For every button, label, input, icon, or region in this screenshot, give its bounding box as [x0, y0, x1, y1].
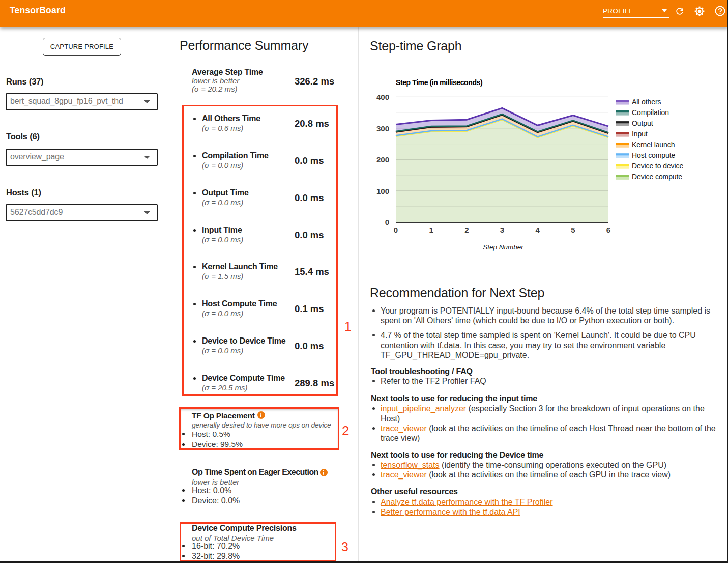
svg-text:Output: Output — [632, 119, 653, 127]
svg-text:Kernel launch: Kernel launch — [632, 140, 675, 149]
svg-text:300: 300 — [376, 124, 389, 133]
svg-text:400: 400 — [376, 93, 389, 101]
svg-text:All others: All others — [632, 98, 661, 106]
svg-text:3: 3 — [500, 226, 504, 234]
svg-text:1: 1 — [429, 226, 433, 234]
svg-text:2: 2 — [464, 226, 469, 234]
svg-text:Device compute: Device compute — [632, 173, 682, 181]
svg-text:Step Number: Step Number — [483, 243, 523, 251]
svg-text:200: 200 — [376, 155, 389, 164]
svg-text:4: 4 — [536, 226, 540, 234]
svg-text:Input: Input — [632, 130, 648, 138]
svg-text:0: 0 — [385, 218, 389, 227]
svg-text:5: 5 — [571, 226, 575, 234]
svg-text:Step Time (in milliseconds): Step Time (in milliseconds) — [396, 78, 482, 87]
svg-text:100: 100 — [376, 187, 389, 195]
svg-text:Compilation: Compilation — [632, 108, 669, 117]
svg-text:0: 0 — [394, 226, 398, 234]
svg-text:6: 6 — [606, 226, 610, 234]
svg-text:Device to device: Device to device — [632, 162, 683, 170]
svg-text:Host compute: Host compute — [632, 151, 675, 159]
